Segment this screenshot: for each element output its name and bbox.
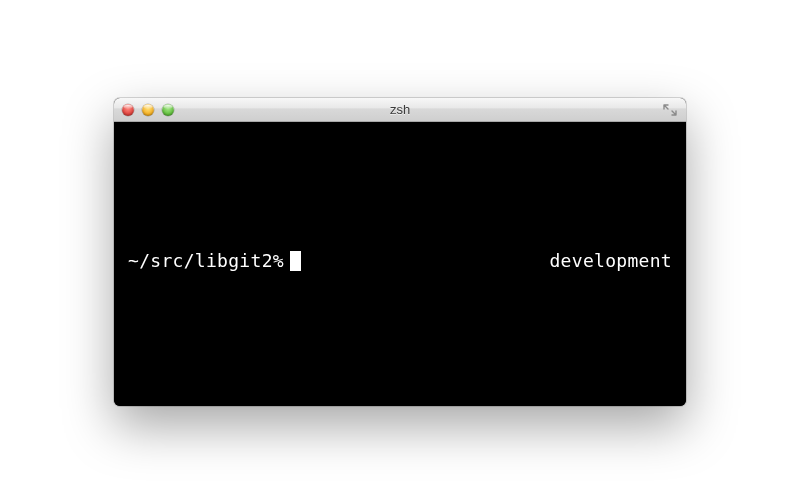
traffic-lights bbox=[122, 104, 174, 116]
terminal-window: zsh ~/src/libgit2% development bbox=[114, 98, 686, 406]
fullscreen-icon bbox=[663, 104, 677, 116]
close-button[interactable] bbox=[122, 104, 134, 116]
cursor bbox=[290, 251, 301, 271]
prompt-left: ~/src/libgit2% bbox=[128, 250, 301, 271]
minimize-button[interactable] bbox=[142, 104, 154, 116]
fullscreen-button[interactable] bbox=[662, 103, 678, 117]
zoom-button[interactable] bbox=[162, 104, 174, 116]
titlebar[interactable]: zsh bbox=[114, 98, 686, 122]
window-title: zsh bbox=[114, 102, 686, 117]
prompt-right: development bbox=[549, 250, 672, 271]
prompt-line: ~/src/libgit2% development bbox=[128, 250, 672, 271]
terminal-content[interactable]: ~/src/libgit2% development bbox=[114, 122, 686, 406]
prompt-text: ~/src/libgit2% bbox=[128, 250, 284, 271]
